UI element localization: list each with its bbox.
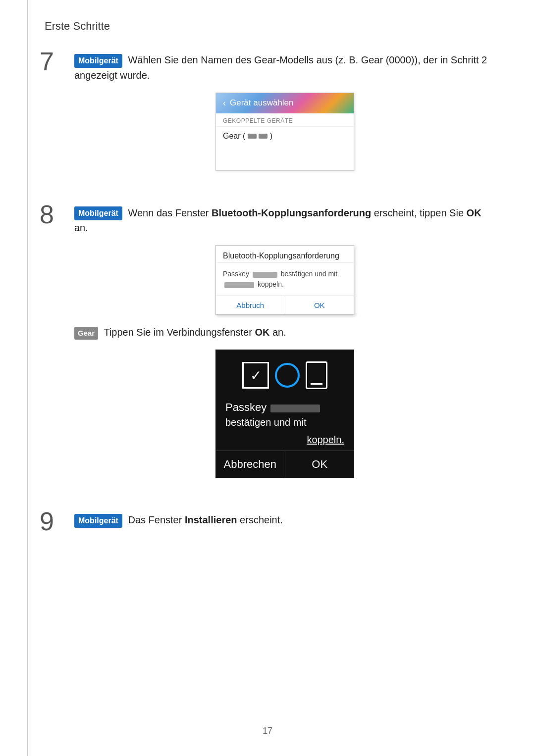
step-8-text-bold: Bluetooth-Kopplungsanforderung [212,207,371,218]
dot-rect-2 [259,134,268,139]
step-7-text-body: Wählen Sie den Namen des Gear-Modells au… [74,54,487,81]
gear-passkey-redact [270,404,320,412]
step-8-bt-dialog-image: Bluetooth-Kopplungsanforderung Passkey b… [74,245,495,315]
phone-bar [311,383,322,385]
device-select-ui: ‹ Gerät auswählen GEKOPPELTE GERÄTE Gear… [215,93,354,171]
bt-ok-button[interactable]: OK [285,296,354,314]
bt-dialog: Bluetooth-Kopplungsanforderung Passkey b… [215,245,354,315]
bt-body-middle: bestätigen und mit [279,270,337,278]
device-select-item[interactable]: Gear ( ) [216,126,354,146]
back-arrow-icon: ‹ [223,98,226,108]
device-select-item-text: Gear ( ) [223,132,272,141]
step-7-number: 7 [40,49,74,74]
device-icon-inline: ) [245,132,272,140]
device-select-header-text: Gerät auswählen [230,98,294,108]
gear-text-bold: OK [255,327,269,338]
bt-dialog-title: Bluetooth-Kopplungsanforderung [216,246,354,263]
step-8-badge: Mobilgerät [74,206,122,220]
step-9-text-end: erscheint. [237,514,283,525]
step-8-text: Mobilgerät Wenn das Fenster Bluetooth-Ko… [74,205,495,236]
step-7-image: ‹ Gerät auswählen GEKOPPELTE GERÄTE Gear… [74,93,495,171]
step-8-number: 8 [40,202,74,227]
gear-dialog-line2: bestätigen und mit [215,416,354,433]
gear-dialog-actions: Abbrechen OK [215,451,354,478]
dot-rect-1 [248,134,257,139]
gear-dialog: ✓ Passkey bestätigen und mit koppeln. Ab… [215,350,354,478]
page-number: 17 [263,726,272,736]
circle-icon [275,363,300,388]
step-8-gear-text: Gear Tippen Sie im Verbindungsfenster OK… [74,325,495,340]
step-9: 9 Mobilgerät Das Fenster Installieren er… [40,512,495,538]
gear-cancel-button[interactable]: Abbrechen [215,451,285,478]
bt-dialog-actions: Abbruch OK [216,296,354,314]
bt-passkey-redact [253,272,277,278]
left-border [27,0,28,756]
step-9-content: Mobilgerät Das Fenster Installieren ersc… [74,512,495,538]
page-container: Erste Schritte 7 Mobilgerät Wählen Sie d… [0,0,535,756]
step-7: 7 Mobilgerät Wählen Sie den Namen des Ge… [40,52,495,181]
gear-badge: Gear [74,327,98,340]
device-select-header: ‹ Gerät auswählen [216,93,354,113]
step-8-text-plain: Wenn das Fenster [125,207,212,218]
gear-text-plain: Tippen Sie im Verbindungsfenster [101,327,255,338]
phone-icon [306,361,327,389]
bt-passkey-redact2 [224,282,254,288]
step-9-text-plain: Das Fenster [125,514,185,525]
step-9-text: Mobilgerät Das Fenster Installieren ersc… [74,512,495,528]
bt-dialog-body: Passkey bestätigen und mit koppeln. [216,263,354,296]
step-7-text: Mobilgerät Wählen Sie den Namen des Gear… [74,52,495,83]
step-8-gear-dialog-image: ✓ Passkey bestätigen und mit koppeln. Ab… [74,350,495,478]
checkmark-icon: ✓ [242,362,269,389]
gear-passkey-line: Passkey [215,397,354,416]
gear-dialog-line3: koppeln. [215,433,354,451]
step-9-badge: Mobilgerät [74,514,122,528]
gear-text-end: an. [269,327,286,338]
step-7-badge: Mobilgerät [74,54,122,68]
step-8-content: Mobilgerät Wenn das Fenster Bluetooth-Ko… [74,205,495,488]
step-7-content: Mobilgerät Wählen Sie den Namen des Gear… [74,52,495,181]
step-8-text-after: erscheint, tippen Sie [371,207,466,218]
step-8: 8 Mobilgerät Wenn das Fenster Bluetooth-… [40,205,495,488]
step-9-number: 9 [40,508,74,534]
gear-passkey-label: Passkey [225,401,267,413]
bt-body-after: koppeln. [256,280,284,288]
device-select-empty [216,146,354,170]
step-9-text-bold: Installieren [185,514,237,525]
section-title: Erste Schritte [45,20,495,33]
device-select-section-label: GEKOPPELTE GERÄTE [216,113,354,126]
bt-cancel-button[interactable]: Abbruch [216,296,285,314]
gear-dialog-icons: ✓ [215,350,354,397]
step-8-text-ok: OK [467,207,482,218]
step-8-text-end: an. [74,222,88,233]
bt-body-before: Passkey [223,270,251,278]
gear-ok-button[interactable]: OK [285,451,355,478]
